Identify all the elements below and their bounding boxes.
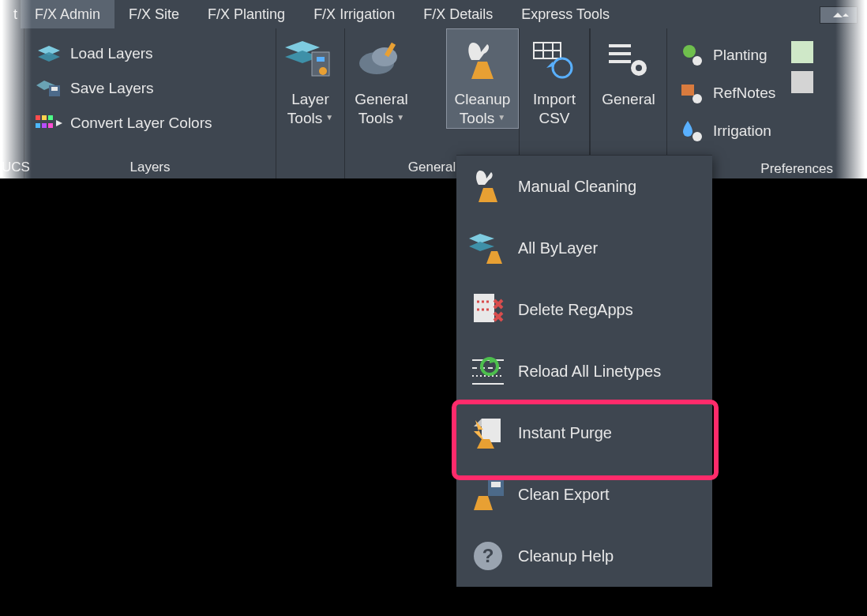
layer-tools-button[interactable]: Layer Tools▼	[276, 28, 344, 128]
svg-marker-56	[474, 496, 493, 510]
chevron-down-icon: ▼	[325, 113, 333, 123]
placeholder-icon	[791, 71, 813, 93]
broom-hand-icon	[467, 166, 509, 207]
svg-marker-22	[471, 62, 494, 79]
general-label: General	[602, 90, 655, 109]
help-icon: ?	[467, 535, 509, 577]
svg-point-18	[319, 67, 327, 75]
tab-fx-irrigation[interactable]: F/X Irrigation	[299, 0, 409, 28]
svg-rect-9	[48, 115, 53, 120]
document-delete-icon	[467, 289, 509, 330]
tab-fx-details[interactable]: F/X Details	[409, 0, 507, 28]
menu-item-clean-export[interactable]: Clean Export	[456, 464, 712, 525]
layers-broom-icon	[467, 227, 509, 269]
list-gear-icon	[600, 35, 657, 85]
ribbon-minimize-button[interactable]	[820, 6, 858, 24]
save-layers-icon	[36, 78, 62, 99]
right-truncated-column	[786, 28, 818, 93]
svg-point-34	[683, 45, 696, 58]
lightning-document-icon	[467, 412, 509, 453]
svg-rect-10	[36, 123, 40, 128]
panel-layer-tools: Layer Tools▼	[276, 28, 344, 178]
panel-title-ucs: UCS	[0, 156, 24, 178]
refnotes-gear-icon	[678, 80, 705, 107]
svg-rect-31	[609, 60, 631, 63]
ribbon: t F/X Admin F/X Site F/X Planting F/X Ir…	[0, 0, 867, 178]
preferences-refnotes-button[interactable]: RefNotes	[674, 74, 780, 112]
svg-marker-13	[56, 120, 62, 126]
panel-ucs-fragment: UCS	[0, 28, 24, 178]
menu-item-label: Delete RegApps	[518, 301, 633, 319]
svg-rect-29	[609, 44, 631, 47]
general-tools-label-1: General	[355, 90, 408, 109]
svg-rect-52	[482, 419, 501, 442]
panel-layers: Load Layers Save Layers	[24, 28, 276, 178]
svg-text:?: ?	[482, 545, 494, 566]
menu-item-instant-purge[interactable]: Instant Purge	[456, 402, 712, 464]
svg-marker-40	[469, 234, 494, 243]
menu-item-cleanup-help[interactable]: ? Cleanup Help	[456, 525, 712, 587]
preferences-irrigation-label: Irrigation	[713, 122, 771, 140]
irrigation-gear-icon	[678, 118, 705, 145]
svg-rect-8	[42, 115, 47, 120]
cleanup-tools-dropdown: Manual Cleaning All ByLayer Delete RegAp…	[456, 155, 712, 587]
menu-tabs-row: t F/X Admin F/X Site F/X Planting F/X Ir…	[0, 0, 867, 28]
tab-fx-site[interactable]: F/X Site	[114, 0, 193, 28]
convert-layer-colors-label: Convert Layer Colors	[70, 115, 212, 132]
menu-item-all-bylayer[interactable]: All ByLayer	[456, 217, 712, 279]
panel-title-layers: Layers	[24, 156, 276, 178]
color-swatches-icon	[36, 113, 62, 133]
import-csv-button[interactable]: Import CSV	[520, 28, 589, 128]
save-layers-button[interactable]: Save Layers	[31, 71, 217, 106]
tab-fx-admin[interactable]: F/X Admin	[21, 0, 114, 28]
general-tools-button[interactable]: General Tools▼	[345, 28, 418, 128]
load-layers-button[interactable]: Load Layers	[31, 36, 217, 71]
svg-point-20	[372, 47, 397, 66]
svg-marker-1	[843, 13, 849, 17]
svg-point-27	[553, 58, 572, 77]
svg-rect-17	[317, 57, 325, 62]
svg-marker-3	[38, 52, 60, 62]
svg-rect-6	[51, 87, 58, 91]
layers-stack-icon	[36, 43, 62, 64]
tab-fx-planting[interactable]: F/X Planting	[193, 0, 299, 28]
svg-marker-42	[486, 251, 502, 264]
cleanup-tools-label-1: Cleanup	[455, 90, 511, 109]
convert-layer-colors-button[interactable]: Convert Layer Colors	[31, 106, 217, 141]
import-csv-label-2: CSV	[539, 109, 569, 128]
svg-rect-11	[42, 123, 47, 128]
preferences-planting-label: Planting	[713, 47, 768, 64]
svg-rect-12	[48, 123, 53, 128]
menu-item-delete-regapps[interactable]: Delete RegApps	[456, 279, 712, 340]
svg-point-35	[692, 56, 702, 66]
chevron-down-icon: ▼	[497, 113, 505, 123]
tab-express-tools[interactable]: Express Tools	[507, 0, 624, 28]
general-preferences-button[interactable]: General	[591, 28, 666, 109]
menu-item-manual-cleaning[interactable]: Manual Cleaning	[456, 156, 712, 217]
cleanup-tools-button[interactable]: Cleanup Tools▼	[446, 28, 519, 129]
chevron-down-icon: ▼	[396, 113, 404, 123]
menu-item-label: Reload All Linetypes	[518, 362, 661, 381]
reload-lines-icon	[467, 351, 509, 392]
svg-rect-43	[474, 294, 494, 322]
menu-item-reload-linetypes[interactable]: Reload All Linetypes	[456, 340, 712, 402]
cloud-brush-icon	[353, 35, 410, 85]
svg-rect-7	[36, 115, 40, 120]
preferences-refnotes-label: RefNotes	[713, 85, 775, 102]
broom-save-icon	[467, 474, 509, 515]
general-tools-label-2: Tools	[358, 109, 393, 128]
svg-marker-0	[833, 13, 843, 17]
tab-fragment-left[interactable]: t	[0, 0, 21, 28]
menu-item-label: All ByLayer	[518, 239, 598, 257]
menu-item-label: Cleanup Help	[518, 547, 614, 565]
ribbon-body: UCS Load Layers Save Layers	[0, 28, 867, 178]
preferences-planting-button[interactable]: Planting	[674, 36, 780, 74]
save-layers-label: Save Layers	[70, 80, 154, 97]
layer-tools-label-1: Layer	[291, 90, 329, 109]
svg-point-33	[636, 65, 642, 71]
svg-point-37	[692, 94, 702, 103]
preferences-irrigation-button[interactable]: Irrigation	[674, 112, 780, 150]
menu-item-label: Clean Export	[518, 486, 610, 504]
load-layers-label: Load Layers	[70, 45, 153, 62]
svg-rect-30	[609, 52, 631, 55]
